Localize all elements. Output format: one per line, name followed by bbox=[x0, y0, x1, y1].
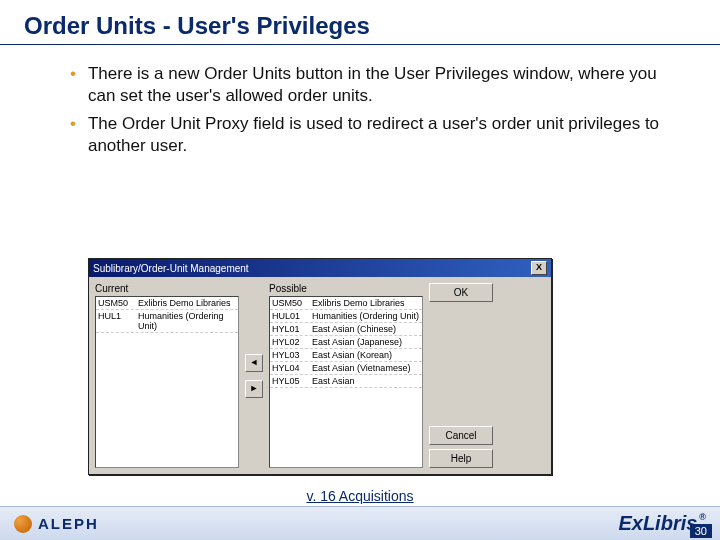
move-left-button[interactable]: ◄ bbox=[245, 354, 263, 372]
slide-title: Order Units - User's Privileges bbox=[0, 0, 720, 45]
close-button[interactable]: X bbox=[531, 261, 547, 275]
list-item[interactable]: HYL04East Asian (Vietnamese) bbox=[270, 362, 422, 375]
item-desc: East Asian (Vietnamese) bbox=[312, 363, 420, 373]
bullet-icon: • bbox=[70, 113, 76, 157]
item-code: USM50 bbox=[272, 298, 312, 308]
current-listbox[interactable]: USM50Exlibris Demo LibrariesHUL1Humaniti… bbox=[95, 296, 239, 468]
cancel-button[interactable]: Cancel bbox=[429, 426, 493, 445]
bullet-list: • There is a new Order Units button in t… bbox=[0, 55, 720, 157]
item-code: HYL04 bbox=[272, 363, 312, 373]
item-code: USM50 bbox=[98, 298, 138, 308]
footer-caption: v. 16 Acquisitions bbox=[0, 488, 720, 504]
move-right-button[interactable]: ► bbox=[245, 380, 263, 398]
item-desc: Humanities (Ordering Unit) bbox=[312, 311, 420, 321]
page-number: 30 bbox=[690, 524, 712, 538]
list-item[interactable]: USM50Exlibris Demo Libraries bbox=[96, 297, 238, 310]
list-item[interactable]: USM50Exlibris Demo Libraries bbox=[270, 297, 422, 310]
item-desc: East Asian bbox=[312, 376, 420, 386]
list-item[interactable]: HYL02East Asian (Japanese) bbox=[270, 336, 422, 349]
help-button[interactable]: Help bbox=[429, 449, 493, 468]
aleph-text: ALEPH bbox=[38, 515, 99, 532]
list-item[interactable]: HYL03East Asian (Korean) bbox=[270, 349, 422, 362]
item-desc: Exlibris Demo Libraries bbox=[138, 298, 236, 308]
possible-listbox[interactable]: USM50Exlibris Demo LibrariesHUL01Humanit… bbox=[269, 296, 423, 468]
item-code: HUL01 bbox=[272, 311, 312, 321]
registered-icon: ® bbox=[699, 512, 706, 522]
item-desc: Exlibris Demo Libraries bbox=[312, 298, 420, 308]
dialog-titlebar: Sublibrary/Order-Unit Management X bbox=[89, 259, 551, 277]
item-desc: East Asian (Chinese) bbox=[312, 324, 420, 334]
bullet-text: The Order Unit Proxy field is used to re… bbox=[88, 113, 680, 157]
list-item[interactable]: HUL1Humanities (Ordering Unit) bbox=[96, 310, 238, 333]
item-code: HYL01 bbox=[272, 324, 312, 334]
item-code: HYL03 bbox=[272, 350, 312, 360]
dialog-window: Sublibrary/Order-Unit Management X Curre… bbox=[88, 258, 552, 475]
bullet-icon: • bbox=[70, 63, 76, 107]
item-code: HUL1 bbox=[98, 311, 138, 331]
list-item[interactable]: HYL05East Asian bbox=[270, 375, 422, 388]
aleph-ball-icon bbox=[14, 515, 32, 533]
item-desc: East Asian (Korean) bbox=[312, 350, 420, 360]
list-item[interactable]: HUL01Humanities (Ordering Unit) bbox=[270, 310, 422, 323]
item-desc: East Asian (Japanese) bbox=[312, 337, 420, 347]
bullet-item: • The Order Unit Proxy field is used to … bbox=[70, 113, 680, 157]
possible-label: Possible bbox=[269, 283, 423, 294]
aleph-logo: ALEPH bbox=[14, 515, 99, 533]
list-item[interactable]: HYL01East Asian (Chinese) bbox=[270, 323, 422, 336]
exlibris-text: ExLibris bbox=[618, 512, 697, 535]
bullet-item: • There is a new Order Units button in t… bbox=[70, 63, 680, 107]
footer-bar: ALEPH ExLibris ® bbox=[0, 506, 720, 540]
dialog-title-text: Sublibrary/Order-Unit Management bbox=[93, 263, 249, 274]
item-code: HYL02 bbox=[272, 337, 312, 347]
bullet-text: There is a new Order Units button in the… bbox=[88, 63, 680, 107]
item-desc: Humanities (Ordering Unit) bbox=[138, 311, 236, 331]
item-code: HYL05 bbox=[272, 376, 312, 386]
current-label: Current bbox=[95, 283, 239, 294]
ok-button[interactable]: OK bbox=[429, 283, 493, 302]
